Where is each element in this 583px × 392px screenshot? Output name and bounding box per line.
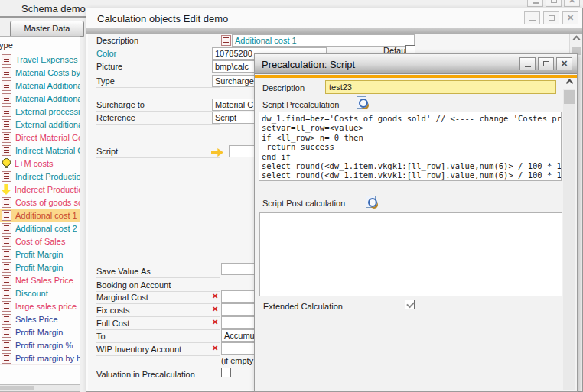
precalculation-dialog: Precalculation: Script ✕ Description tes…: [254, 53, 578, 392]
scroll-up-button[interactable]: [570, 34, 582, 47]
list-item[interactable]: Profit Margin: [0, 326, 80, 339]
tab-master-data[interactable]: Master Data: [10, 21, 84, 37]
fix-costs-label: Fix costs: [96, 306, 220, 317]
doc-icon: [2, 236, 11, 247]
picture-label: Picture: [96, 62, 220, 73]
list-item[interactable]: Indirect Material Co: [0, 144, 80, 157]
maximize-button[interactable]: [543, 11, 559, 24]
list-item-label: Direct Material Costs: [15, 133, 80, 142]
valuation-in-precalculation-checkbox[interactable]: [221, 368, 231, 377]
list-item[interactable]: Additional cost 1: [0, 209, 80, 222]
script-zoom-icon[interactable]: [357, 96, 368, 109]
precalc-vertical-scrollbar[interactable]: [563, 78, 575, 390]
list-item[interactable]: External additional (: [0, 118, 80, 131]
reference-label: Reference: [96, 113, 220, 125]
red-x-icon: ✕: [212, 305, 218, 313]
doc-icon: [2, 93, 11, 104]
maximize-icon: [543, 61, 549, 66]
list-item[interactable]: Profit Margin: [0, 261, 80, 274]
list-item[interactable]: Inderect Production: [0, 183, 80, 196]
precalc-dialog-title: Precalculation: Script: [262, 59, 355, 70]
doc-icon: [2, 106, 11, 117]
script-label: Script: [96, 147, 220, 158]
precalc-description-input[interactable]: test23: [325, 80, 556, 94]
maximize-button[interactable]: [538, 57, 554, 70]
doc-icon: [2, 145, 11, 156]
list-item[interactable]: Material Additional (: [0, 79, 80, 92]
red-x-icon: ✕: [212, 292, 218, 300]
maximize-button[interactable]: [546, 0, 562, 7]
scroll-up-button[interactable]: [563, 78, 575, 89]
list-item[interactable]: Travel Expenses: [0, 53, 80, 66]
close-icon: ✕: [568, 0, 575, 5]
list-item[interactable]: Discount: [0, 287, 80, 300]
document-icon: [221, 35, 231, 46]
doc-icon: [2, 54, 11, 65]
scrollbar-thumb[interactable]: [0, 386, 34, 390]
edit-dialog-controls: ✕: [524, 11, 578, 24]
list-item[interactable]: Cost of Sales: [0, 235, 80, 248]
close-button[interactable]: ✕: [556, 57, 572, 70]
sidebar-horizontal-scrollbar[interactable]: [0, 384, 80, 391]
valuation-in-precalculation-label: Valuation in Precalculation: [96, 370, 226, 381]
list-item[interactable]: Profit Margin: [0, 248, 80, 261]
doc-icon: [2, 197, 11, 208]
minimize-icon: [525, 66, 531, 67]
list-item-label: Profit Margin: [15, 328, 63, 337]
list-item[interactable]: Material Additional (: [0, 92, 80, 105]
maximize-icon: [551, 0, 557, 3]
list-item-label: Profit margin by ho: [15, 354, 80, 363]
list-item[interactable]: Costs of goods sold: [0, 196, 80, 209]
list-item[interactable]: External processing: [0, 105, 80, 118]
doc-icon: [2, 340, 11, 351]
bulb-icon: [2, 158, 11, 169]
list-item-label: Profit Margin: [15, 263, 63, 272]
list-item[interactable]: Profit margin %: [0, 339, 80, 352]
close-button[interactable]: ✕: [564, 0, 580, 7]
list-item[interactable]: Material Costs by Bi: [0, 66, 80, 79]
list-column-header-type: Type: [0, 40, 13, 50]
red-x-icon: ✕: [212, 318, 218, 326]
close-button[interactable]: ✕: [562, 11, 578, 24]
description-input[interactable]: Additional cost 1: [232, 34, 415, 47]
list-item[interactable]: Indirect Production: [0, 170, 80, 183]
doc-icon: [2, 171, 11, 182]
script-post-calculation-textarea[interactable]: [259, 212, 562, 296]
minimize-button[interactable]: [519, 57, 536, 70]
list-item-label: Indirect Production: [15, 172, 80, 181]
list-item[interactable]: L+M costs: [0, 157, 80, 170]
list-item-label: Travel Expenses: [15, 55, 78, 64]
precalc-titlebar[interactable]: Precalculation: Script ✕: [255, 54, 577, 74]
list-item[interactable]: Additional cost 2: [0, 222, 80, 235]
minimize-button[interactable]: [527, 0, 543, 7]
list-item[interactable]: Direct Material Costs: [0, 131, 80, 144]
chevron-up-icon: [572, 36, 580, 44]
script-zoom-icon[interactable]: [366, 196, 377, 208]
full-cost-label: Full Cost: [96, 319, 220, 330]
if-empty-note: (if empty: [221, 356, 253, 365]
minimize-button[interactable]: [524, 11, 540, 24]
doc-icon: [2, 275, 11, 286]
type-label: Type: [96, 76, 220, 88]
list-item-label: Costs of goods sold: [15, 198, 80, 207]
list-item-label: Net Sales Price: [15, 276, 73, 285]
script-precalculation-textarea[interactable]: dw_1.find=bez='Costs of goods sold' // <…: [259, 112, 562, 181]
edit-dialog-titlebar[interactable]: Calculation objects Edit demo ✕: [86, 8, 582, 28]
extended-calculation-checkbox[interactable]: [405, 300, 415, 309]
doc-icon: [2, 327, 11, 338]
color-label: Color: [96, 49, 220, 60]
list-item-label: Sales Price: [15, 315, 58, 324]
precalc-description-label: Description: [262, 83, 305, 92]
minimize-icon: [529, 20, 536, 21]
wip-inventory-account-label: WIP Inventory Account: [96, 345, 220, 356]
list-item-label: Additional cost 1: [15, 211, 77, 220]
list-item[interactable]: Profit margin by ho: [0, 352, 80, 365]
close-icon: ✕: [561, 60, 568, 68]
script-post-calculation-label: Script Post calculation: [262, 199, 345, 208]
list-item[interactable]: Sales Price: [0, 313, 80, 326]
list-item[interactable]: Net Sales Price: [0, 274, 80, 287]
list-item[interactable]: large sales price: [0, 300, 80, 313]
doc-icon: [2, 80, 11, 91]
scrollbar-thumb[interactable]: [564, 90, 575, 104]
list-item-label: Indirect Material Co: [15, 146, 80, 155]
